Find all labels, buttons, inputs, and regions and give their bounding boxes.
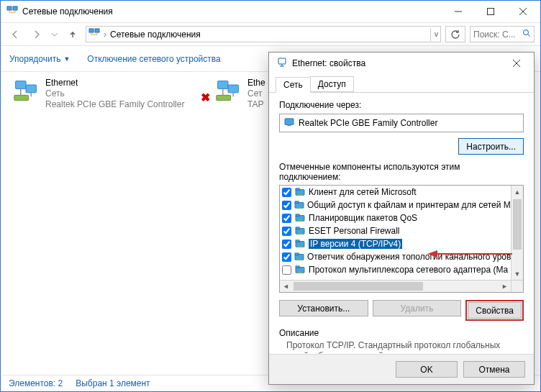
ethernet-properties-dialog: Ethernet: свойства Сеть Доступ Подключен…: [268, 52, 535, 385]
svg-rect-22: [296, 214, 299, 216]
component-label: IP версии 4 (TCP/IPv4): [309, 239, 402, 249]
scroll-right-arrow[interactable]: ►: [499, 281, 511, 292]
component-checkbox[interactable]: [282, 214, 291, 223]
component-icon: [294, 226, 306, 236]
component-checkbox[interactable]: [282, 227, 291, 236]
component-icon: [294, 265, 306, 275]
scroll-thumb[interactable]: [513, 199, 522, 250]
svg-rect-9: [218, 81, 228, 89]
app-icon: [6, 5, 18, 19]
svg-rect-10: [228, 85, 238, 93]
svg-rect-1: [13, 6, 17, 10]
scroll-up-arrow[interactable]: ▲: [512, 186, 523, 198]
component-icon: [294, 239, 306, 249]
tab-access[interactable]: Доступ: [310, 76, 354, 92]
component-row[interactable]: ESET Personal Firewall: [280, 224, 511, 237]
properties-highlight: Свойства: [465, 300, 524, 321]
nav-forward-button[interactable]: [28, 26, 45, 43]
component-row[interactable]: Ответчик обнаружения топологии канальног…: [280, 250, 511, 263]
component-row[interactable]: Общий доступ к файлам и принтерам для се…: [280, 199, 511, 211]
svg-rect-6: [16, 81, 26, 89]
components-label: Отмеченные компоненты используются этим …: [279, 162, 524, 182]
adapter-box[interactable]: Realtek PCIe GBE Family Controller: [279, 114, 524, 132]
dialog-footer: OK Отмена: [269, 354, 534, 384]
search-icon: [522, 29, 531, 40]
svg-rect-13: [285, 118, 294, 124]
svg-rect-34: [296, 266, 299, 268]
network-item-ethernet[interactable]: Ethernet Сеть Realtek PCIe GBE Family Co…: [12, 78, 192, 110]
properties-button[interactable]: Свойства: [468, 302, 522, 319]
chevron-down-icon[interactable]: v: [435, 30, 438, 38]
svg-rect-12: [278, 58, 286, 64]
component-row[interactable]: Планировщик пакетов QoS: [280, 211, 511, 224]
svg-rect-11: [217, 95, 231, 100]
tab-network[interactable]: Сеть: [276, 77, 311, 93]
component-icon: [294, 213, 306, 223]
component-icon: [294, 200, 304, 210]
ok-button[interactable]: OK: [396, 361, 458, 378]
svg-point-5: [524, 30, 529, 35]
description-title: Описание: [279, 328, 524, 338]
refresh-button[interactable]: [445, 26, 465, 42]
component-label: Клиент для сетей Microsoft: [309, 187, 417, 197]
nav-up-button[interactable]: [64, 26, 81, 43]
component-icon: [294, 252, 304, 262]
svg-rect-2: [487, 9, 494, 15]
configure-button[interactable]: Настроить...: [458, 138, 524, 155]
item-title: Ethe: [247, 78, 265, 88]
svg-rect-23: [298, 220, 303, 222]
maximize-button[interactable]: [474, 1, 506, 22]
breadcrumb-text: Сетевые подключения: [110, 29, 201, 40]
component-label: Протокол мультиплексора сетевого адаптер…: [309, 265, 508, 275]
svg-rect-35: [298, 272, 303, 273]
components-list: Клиент для сетей MicrosoftОбщий доступ к…: [279, 185, 524, 293]
component-checkbox[interactable]: [282, 252, 291, 262]
connect-via-label: Подключение через:: [279, 100, 524, 110]
search-input[interactable]: Поиск: С...: [470, 26, 535, 42]
scroll-thumb-h[interactable]: [294, 282, 423, 291]
svg-rect-0: [7, 6, 12, 10]
organize-menu[interactable]: Упорядочить ▼: [9, 54, 70, 64]
component-label: Общий доступ к файлам и принтерам для се…: [307, 200, 512, 210]
component-checkbox[interactable]: [282, 201, 291, 210]
cancel-button[interactable]: Отмена: [463, 361, 525, 378]
component-checkbox[interactable]: [282, 265, 291, 275]
item-title: Ethernet: [45, 78, 184, 88]
network-adapter-icon: [12, 78, 40, 105]
minimize-button[interactable]: [442, 1, 474, 22]
uninstall-button: Удалить: [373, 300, 462, 316]
component-row[interactable]: Протокол мультиплексора сетевого адаптер…: [280, 263, 511, 276]
status-selected: Выбран 1 элемент: [76, 378, 150, 388]
item-status: Сет: [247, 88, 265, 99]
component-checkbox[interactable]: [282, 240, 291, 249]
dialog-close-button[interactable]: [504, 54, 529, 73]
horizontal-scrollbar[interactable]: ◄ ►: [280, 280, 511, 292]
scroll-left-arrow[interactable]: ◄: [280, 281, 292, 292]
disable-device-button[interactable]: Отключение сетевого устройства: [87, 54, 220, 64]
component-icon: [294, 187, 306, 197]
svg-rect-28: [296, 240, 299, 242]
svg-rect-26: [298, 233, 303, 234]
component-checkbox[interactable]: [282, 188, 291, 197]
svg-rect-31: [295, 253, 299, 255]
svg-rect-29: [298, 246, 303, 247]
install-button[interactable]: Установить...: [279, 300, 368, 316]
breadcrumb-icon: [88, 27, 100, 41]
scroll-down-arrow[interactable]: ▼: [512, 268, 523, 280]
vertical-scrollbar[interactable]: ▲ ▼: [511, 186, 523, 280]
svg-rect-25: [296, 227, 299, 229]
close-button[interactable]: [506, 1, 539, 22]
nav-back-button[interactable]: [6, 26, 24, 43]
component-row[interactable]: IP версии 4 (TCP/IPv4): [280, 237, 511, 250]
component-label: Планировщик пакетов QoS: [309, 213, 417, 223]
network-item-tap[interactable]: ✖ Ethe Сет TAP: [206, 78, 278, 110]
dialog-tabs: Сеть Доступ: [269, 74, 534, 93]
component-row[interactable]: Клиент для сетей Microsoft: [280, 186, 511, 199]
window-title: Сетевые подключения: [22, 6, 113, 17]
ethernet-icon: [276, 57, 288, 70]
disabled-x-icon: ✖: [201, 91, 210, 123]
nav-recent-button[interactable]: [50, 26, 60, 43]
network-adapter-icon: [214, 78, 242, 105]
breadcrumb-box[interactable]: › Сетевые подключения v: [86, 26, 441, 42]
component-label: Ответчик обнаружения топологии канальног…: [307, 252, 511, 262]
